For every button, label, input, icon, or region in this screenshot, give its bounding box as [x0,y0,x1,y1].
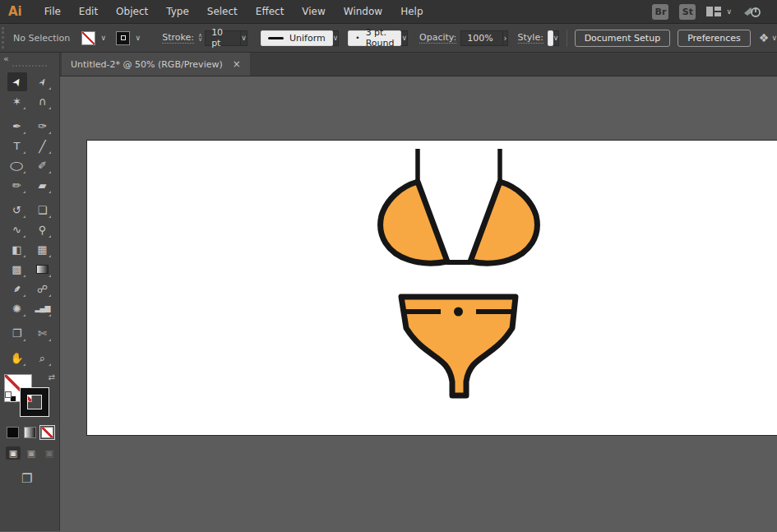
none-button[interactable] [41,427,53,438]
document-setup-button[interactable]: Document Setup [575,30,671,47]
collapse-panel-button[interactable]: « [3,53,9,64]
menu-item-effect[interactable]: Effect [247,6,294,17]
lasso-tool[interactable]: ∩ [33,92,53,111]
line-segment-icon: ╱ [39,141,45,152]
workspace-switcher[interactable]: ∨ [706,7,732,16]
menu-bar: Ai FileEditObjectTypeSelectEffectViewWin… [0,0,777,24]
slice-tool[interactable]: ✄ [33,324,53,343]
brush-select[interactable]: • 3 pt. Round [348,30,401,46]
stroke-weight-field[interactable]: 10 pt [205,30,241,46]
zoom-tool[interactable]: ⌕ [33,349,53,368]
blend-tool[interactable]: ☍ [33,280,53,298]
artboard-tool[interactable]: ❐ [7,324,27,343]
direct-selection-tool[interactable]: ➢ [33,72,53,91]
scale-icon: ❏ [38,205,48,215]
stock-button[interactable]: St [679,4,696,20]
menu-item-file[interactable]: File [35,6,70,17]
opacity-panel-link[interactable]: Opacity: [419,32,456,44]
perspective-grid-icon: ▦ [37,244,47,255]
panel-drag-grip[interactable] [12,65,47,67]
swap-fill-stroke-icon[interactable]: ⇄ [49,372,55,382]
shaper-tool[interactable]: ✏ [7,176,27,195]
stroke-weight-stepper[interactable]: ∧∨ [198,34,202,42]
opacity-field[interactable]: 100% [460,30,503,46]
document-area: Untitled-2* @ 50% (RGB/Preview) × [60,53,777,531]
shape-builder-icon: ◧ [12,244,21,255]
menu-item-type[interactable]: Type [157,6,198,17]
blend-icon: ☍ [37,284,48,294]
hand-tool[interactable]: ✋ [7,349,27,368]
type-tool[interactable]: T [7,136,27,155]
isolate-icon[interactable]: ❖ [759,31,770,44]
style-swatch[interactable] [548,30,553,46]
stroke-color-control[interactable]: ∨ [116,31,144,45]
eyedropper-tool[interactable]: ✒ [7,280,27,298]
mesh-icon: ▩ [12,264,21,275]
draw-behind-button[interactable]: ▣ [24,446,39,460]
menu-item-edit[interactable]: Edit [70,6,107,17]
draw-normal-button[interactable]: ▣ [6,446,21,460]
paintbrush-icon: ✐ [38,160,47,171]
paintbrush-tool[interactable]: ✐ [33,156,53,175]
direct-selection-icon: ➢ [35,75,49,88]
pen-tool[interactable]: ✒ [7,117,27,136]
stroke-weight-dropdown[interactable]: ∨ [241,30,247,46]
symbol-sprayer-icon: ✺ [12,303,21,314]
selection-status: No Selection [13,33,70,44]
rotate-icon: ↺ [12,205,21,215]
default-fill-stroke-icon[interactable] [5,391,16,402]
bikini-illustration[interactable] [60,76,777,531]
rotate-tool[interactable]: ↺ [7,201,27,220]
width-profile-dropdown[interactable]: ∨ [333,30,340,46]
menu-item-view[interactable]: View [293,6,334,17]
stroke-color-swatch [116,31,130,45]
selection-tool[interactable]: ➤ [7,72,27,91]
panel-grip[interactable] [2,27,5,49]
puppet-warp-icon: ⚲ [39,224,47,235]
close-tab-icon[interactable]: × [233,58,241,70]
style-dropdown[interactable]: ∨ [553,30,560,46]
column-graph-icon: ▂▄▆ [35,305,50,312]
preferences-button[interactable]: Preferences [678,30,751,47]
opacity-expand[interactable]: › [503,30,507,46]
curvature-tool[interactable]: ✑ [33,117,53,136]
width-tool[interactable]: ∿ [7,220,27,239]
fill-color-control[interactable]: ∨ [81,31,109,45]
chevron-down-icon: ∨ [132,31,144,45]
gradient-tool[interactable] [33,260,53,279]
shape-builder-tool[interactable]: ◧ [7,240,27,259]
eraser-tool[interactable]: ▰ [33,176,53,195]
color-button[interactable] [7,427,19,438]
stroke-proxy-black[interactable] [21,388,49,416]
puppet-warp-tool[interactable]: ⚲ [33,220,53,239]
screen-mode-button[interactable]: ❐ [21,471,59,486]
stroke-panel-link[interactable]: Stroke: [162,32,194,44]
ellipse-icon: ◯ [10,161,24,170]
menu-item-help[interactable]: Help [391,6,432,17]
fill-none-swatch [81,31,95,45]
draw-inside-button[interactable]: ▣ [42,446,57,460]
gradient-button[interactable] [24,427,36,438]
perspective-grid-tool[interactable]: ▦ [33,240,53,259]
pen-icon: ✒ [12,121,21,132]
brush-dropdown[interactable]: ∨ [401,30,408,46]
width-icon: ∿ [12,224,21,235]
document-tab-title: Untitled-2* @ 50% (RGB/Preview) [71,59,223,70]
gpu-power-icon[interactable] [742,5,762,19]
scale-tool[interactable]: ❏ [33,201,53,220]
magic-wand-tool[interactable]: ✶ [7,92,27,111]
width-profile-select[interactable]: Uniform [261,30,333,46]
illustrator-logo: Ai [8,4,22,19]
canvas[interactable] [60,76,777,531]
document-tab[interactable]: Untitled-2* @ 50% (RGB/Preview) × [62,53,250,76]
symbol-sprayer-tool[interactable]: ✺ [7,299,27,318]
column-graph-tool[interactable]: ▂▄▆ [33,299,53,318]
gradient-icon [36,265,49,274]
bridge-button[interactable]: Br [652,4,668,20]
menu-item-object[interactable]: Object [107,6,157,17]
menu-item-select[interactable]: Select [198,6,247,17]
line-segment-tool[interactable]: ╱ [33,136,53,155]
menu-item-window[interactable]: Window [335,6,391,17]
mesh-tool[interactable]: ▩ [7,260,27,279]
ellipse-tool[interactable]: ◯ [7,156,27,175]
